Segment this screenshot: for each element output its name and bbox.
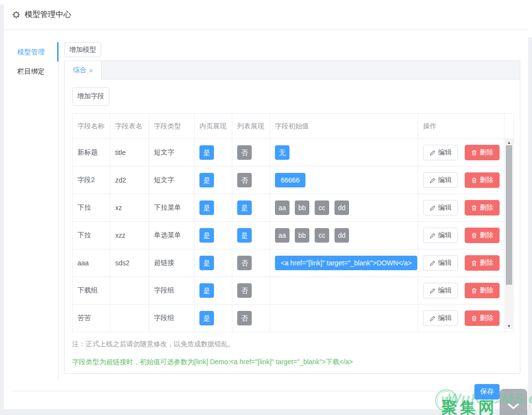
col-field-type: 字段类型 <box>149 114 195 139</box>
col-inner-display: 内页展现 <box>195 114 232 139</box>
field-type: 短文字 <box>154 148 174 156</box>
table-name: zd2 <box>115 176 126 184</box>
pencil-icon <box>429 177 436 184</box>
tab-pane: 增加字段 字段名称 字段表名 字段类型 内页展现 列表展 <box>65 79 520 367</box>
sidebar-item-column-bind[interactable]: 栏目绑定 <box>4 61 58 81</box>
cell-list-display: 否 <box>232 139 270 167</box>
delete-button[interactable]: 删除 <box>465 172 500 188</box>
edit-label: 编辑 <box>438 314 452 323</box>
pencil-icon <box>429 315 436 322</box>
page-margin-bottom <box>0 409 532 415</box>
cell-inner-display: 是 <box>195 222 232 249</box>
inner-display-badge: 是 <box>199 256 214 270</box>
scrollbar-thumb[interactable] <box>506 145 512 285</box>
table-row: 新标题 title 短文字 是 否 无 编辑 删除 <box>73 139 514 167</box>
list-display-badge: 否 <box>237 173 252 187</box>
col-table-name: 字段表名 <box>110 114 149 139</box>
edit-button[interactable]: 编辑 <box>423 172 458 188</box>
inner-display-badge: 是 <box>199 200 214 215</box>
cell-list-display: 是 <box>232 194 270 222</box>
delete-button[interactable]: 删除 <box>465 228 500 243</box>
cell-field-name: 苦苦 <box>73 305 110 332</box>
pencil-icon <box>429 232 436 239</box>
table-name: title <box>115 149 126 156</box>
delete-label: 删除 <box>480 176 493 184</box>
edit-label: 编辑 <box>438 259 452 267</box>
side-nav-divider <box>58 42 59 380</box>
scrollbar-up-arrow-icon[interactable]: ▲ <box>505 139 513 146</box>
table-row: 下载组 字段组 是 否 编辑 删除 <box>73 277 514 305</box>
edit-label: 编辑 <box>438 148 452 157</box>
cell-table-name: sds2 <box>110 249 149 277</box>
save-button[interactable]: 保存 <box>474 384 500 400</box>
delete-label: 删除 <box>480 148 493 157</box>
cell-initial-value: aabbccdd <box>270 194 418 222</box>
initial-value-badge: 无 <box>275 145 289 160</box>
cell-list-display: 否 <box>232 305 270 332</box>
initial-value-badge: bb <box>295 228 309 243</box>
cell-field-name: 新标题 <box>73 139 110 167</box>
initial-value-group: <a href="[link]" target="_blank">DOWN</a… <box>275 259 417 266</box>
edit-button[interactable]: 编辑 <box>423 283 458 298</box>
cell-list-display: 否 <box>232 167 270 194</box>
delete-label: 删除 <box>480 314 493 323</box>
cell-list-display: 是 <box>232 222 270 249</box>
initial-value-badge: 66666 <box>275 173 305 187</box>
cell-inner-display: 是 <box>195 305 232 332</box>
col-field-name: 字段名称 <box>73 114 110 139</box>
delete-button[interactable]: 删除 <box>465 283 500 298</box>
cell-inner-display: 是 <box>195 139 232 167</box>
field-type: 字段组 <box>154 314 174 322</box>
edit-button[interactable]: 编辑 <box>423 200 458 215</box>
table-row: 字段2 zd2 短文字 是 否 66666 编辑 删除 <box>73 167 514 194</box>
field-name: 字段2 <box>77 176 95 184</box>
tab-bar: 综合 × <box>65 61 520 79</box>
edit-label: 编辑 <box>438 286 452 295</box>
delete-button[interactable]: 删除 <box>465 310 500 326</box>
tab-label: 综合 <box>73 66 87 75</box>
edit-label: 编辑 <box>438 231 452 240</box>
scrollbar-down-arrow-icon[interactable]: ▼ <box>505 323 513 329</box>
delete-button[interactable]: 删除 <box>465 200 500 215</box>
delete-button[interactable]: 删除 <box>465 145 500 160</box>
page-margin-left <box>0 4 4 415</box>
cell-field-name: 下拉 <box>73 222 110 249</box>
tab-zonghe[interactable]: 综合 × <box>65 61 102 79</box>
add-field-button[interactable]: 增加字段 <box>72 87 109 106</box>
field-type: 单选菜单 <box>154 231 181 239</box>
field-type: 超链接 <box>154 259 174 266</box>
sidebar-item-model-manage[interactable]: 模型管理 <box>4 42 58 61</box>
table-row: 下拉 xzz 单选菜单 是 是 aabbccdd 编辑 删除 <box>73 222 514 249</box>
delete-button[interactable]: 删除 <box>465 255 500 271</box>
cell-inner-display: 是 <box>195 167 232 194</box>
list-display-badge: 是 <box>237 228 252 243</box>
cell-field-type: 短文字 <box>149 139 195 167</box>
inner-display-badge: 是 <box>199 311 214 325</box>
tab-close-icon[interactable]: × <box>89 67 93 74</box>
edit-button[interactable]: 编辑 <box>423 228 458 243</box>
initial-value-badge: aa <box>275 228 289 243</box>
cell-actions: 编辑 删除 <box>418 305 504 332</box>
scroll-down-button[interactable] <box>500 389 527 415</box>
cell-table-name: zd2 <box>110 167 149 194</box>
cell-actions: 编辑 删除 <box>418 139 504 167</box>
edit-button[interactable]: 编辑 <box>423 310 458 326</box>
cell-list-display: 否 <box>232 277 270 305</box>
top-header-bar: 模型管理中心 <box>4 0 528 30</box>
list-display-badge: 否 <box>237 145 252 160</box>
side-nav: 模型管理 栏目绑定 <box>4 42 58 81</box>
add-model-button[interactable]: 增加模型 <box>64 42 101 57</box>
fields-table: 字段名称 字段表名 字段类型 内页展现 列表展现 字段初始值 操作 新标题 ti… <box>72 113 514 332</box>
edit-button[interactable]: 编辑 <box>423 255 458 271</box>
cell-inner-display: 是 <box>195 194 232 222</box>
cell-field-type: 下拉菜单 <box>149 194 195 222</box>
table-scrollbar[interactable]: ▲ ▼ <box>505 139 513 329</box>
initial-value-group: 66666 <box>275 176 305 184</box>
field-name: 下拉 <box>77 231 91 239</box>
initial-value-group: aabbccdd <box>275 203 349 211</box>
edit-button[interactable]: 编辑 <box>423 145 458 160</box>
tab-panel: 综合 × 增加字段 字段名称 字段表名 字段类型 <box>64 61 520 374</box>
field-name: 新标题 <box>77 148 98 156</box>
edit-label: 编辑 <box>438 176 452 184</box>
initial-value-badge: dd <box>334 228 349 243</box>
